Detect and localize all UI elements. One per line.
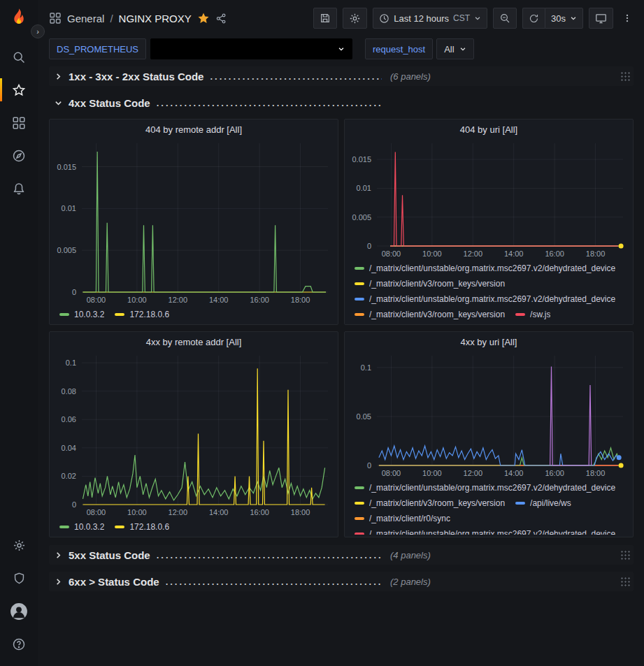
- legend-label: /api/live/ws: [530, 498, 571, 508]
- legend-swatch: [355, 517, 364, 520]
- var-request-host-label[interactable]: request_host: [365, 38, 433, 59]
- drag-handle[interactable]: [620, 71, 631, 82]
- sidebar-item-help[interactable]: [0, 628, 38, 660]
- sidebar-item-dashboards[interactable]: [0, 106, 38, 139]
- share-icon[interactable]: [215, 13, 227, 24]
- sidebar-item-server-admin[interactable]: [0, 562, 38, 595]
- panels-grid: 404 by remote addr [All] 08:0010:0012:00…: [49, 119, 634, 537]
- svg-text:0.02: 0.02: [62, 472, 76, 480]
- refresh-button[interactable]: [522, 8, 545, 29]
- row-toggle-6xx[interactable]: 6xx > Status Code ......................…: [49, 576, 382, 588]
- dashboard-canvas: 1xx - 3xx - 2xx Status Code ............…: [38, 61, 644, 591]
- var-datasource-value-select[interactable]: [150, 38, 352, 59]
- sidebar-item-explore[interactable]: [0, 139, 38, 172]
- panel-title[interactable]: 4xx by remote addr [All]: [50, 332, 338, 352]
- svg-text:14:00: 14:00: [504, 249, 524, 258]
- save-dashboard-button[interactable]: [313, 8, 337, 29]
- tv-mode-button[interactable]: [589, 8, 613, 29]
- dashboard-settings-button[interactable]: [343, 8, 367, 29]
- legend-swatch: [115, 313, 124, 316]
- panel-404-by-remote-addr: 404 by remote addr [All] 08:0010:0012:00…: [49, 119, 338, 325]
- svg-text:18:00: 18:00: [586, 469, 606, 477]
- kebab-icon: [622, 13, 632, 24]
- row-toggle-4xx[interactable]: 4xx Status Code ........................…: [49, 97, 382, 109]
- svg-text:0: 0: [72, 500, 76, 509]
- dashboards-grid-icon: [12, 116, 26, 130]
- timeseries-chart[interactable]: 08:0010:0012:0014:0016:0018:0000.050.1: [345, 352, 633, 479]
- legend-swatch: [115, 526, 124, 528]
- variables-row: DS_PROMETHEUS request_host All: [38, 36, 644, 61]
- panel-title[interactable]: 4xx by uri [All]: [345, 332, 633, 352]
- svg-text:0.1: 0.1: [361, 363, 371, 372]
- panel-legend: 10.0.3.2172.18.0.6: [50, 306, 338, 322]
- svg-text:0.005: 0.005: [352, 213, 371, 222]
- save-icon: [320, 13, 331, 24]
- sidebar-item-starred[interactable]: [0, 73, 38, 106]
- row-toggle-1xx[interactable]: 1xx - 3xx - 2xx Status Code ............…: [49, 71, 382, 82]
- drag-handle[interactable]: [620, 550, 631, 560]
- row-title: 5xx Status Code: [69, 549, 150, 561]
- legend-item[interactable]: /_matrix/client/unstable/org.matrix.msc2…: [355, 480, 615, 495]
- svg-text:10:00: 10:00: [127, 296, 147, 304]
- panel-title[interactable]: 404 by uri [All]: [345, 120, 633, 139]
- svg-text:0: 0: [72, 288, 76, 296]
- panel-legend: /_matrix/client/unstable/org.matrix.msc2…: [345, 479, 633, 535]
- var-request-host-select[interactable]: All: [436, 38, 473, 59]
- chevron-down-icon: [459, 45, 466, 52]
- row-panel-count: (4 panels): [390, 550, 431, 560]
- star-icon: [12, 83, 26, 97]
- legend-item[interactable]: /_matrix/client/r0/sync: [355, 511, 450, 526]
- svg-text:08:00: 08:00: [382, 469, 401, 477]
- legend-swatch: [355, 267, 364, 270]
- svg-text:0.08: 0.08: [62, 387, 76, 396]
- row-leader-dots: ........................................…: [157, 98, 382, 108]
- zoom-out-icon: [499, 13, 510, 24]
- legend-label: /_matrix/client/v3/room_keys/version: [369, 498, 505, 508]
- row-toggle-5xx[interactable]: 5xx Status Code ........................…: [49, 549, 382, 561]
- var-datasource-label[interactable]: DS_PROMETHEUS: [49, 38, 146, 59]
- legend-item[interactable]: /api/live/ws: [515, 495, 571, 511]
- time-range-picker[interactable]: Last 12 hours CST: [373, 8, 487, 29]
- zoom-out-time-button[interactable]: [493, 8, 517, 29]
- svg-text:0: 0: [367, 461, 371, 470]
- sidebar-item-profile[interactable]: [0, 595, 38, 628]
- legend-item[interactable]: /_matrix/client/v3/room_keys/version: [355, 307, 505, 322]
- legend-item[interactable]: 10.0.3.2: [59, 519, 104, 535]
- dashboard-title[interactable]: NGINX PROXY: [119, 13, 192, 24]
- grafana-logo[interactable]: [6, 7, 31, 32]
- svg-text:0.005: 0.005: [57, 246, 76, 254]
- sidebar-expand-chevron[interactable]: ›: [31, 24, 45, 38]
- legend-item[interactable]: /_matrix/client/v3/room_keys/version: [355, 276, 505, 291]
- svg-text:14:00: 14:00: [504, 469, 524, 477]
- svg-text:18:00: 18:00: [291, 296, 310, 304]
- sidebar-item-configuration[interactable]: [0, 529, 38, 562]
- refresh-interval-select[interactable]: 30s: [545, 8, 583, 29]
- sidebar-item-search[interactable]: [0, 41, 38, 73]
- legend-item[interactable]: 10.0.3.2: [59, 307, 104, 322]
- legend-label: 10.0.3.2: [74, 522, 104, 532]
- sidebar-item-alerting[interactable]: [0, 172, 38, 205]
- legend-item[interactable]: 172.18.0.6: [115, 519, 169, 535]
- timeseries-chart[interactable]: 08:0010:0012:0014:0016:0018:0000.020.040…: [50, 352, 338, 519]
- gear-icon: [349, 13, 361, 24]
- legend-item[interactable]: /sw.js: [515, 307, 550, 322]
- legend-item[interactable]: /_matrix/client/unstable/org.matrix.msc2…: [355, 291, 615, 307]
- legend-item[interactable]: /_matrix/client/unstable/org.matrix.msc2…: [355, 526, 615, 535]
- timeseries-chart[interactable]: 08:0010:0012:0014:0016:0018:0000.0050.01…: [50, 139, 338, 306]
- legend-item[interactable]: /_matrix/client/v3/room_keys/version: [355, 495, 505, 511]
- legend-label: /_matrix/client/v3/room_keys/version: [369, 279, 505, 289]
- timeseries-chart[interactable]: 08:0010:0012:0014:0016:0018:0000.0050.01…: [345, 139, 633, 260]
- svg-text:14:00: 14:00: [209, 296, 229, 304]
- more-options-button[interactable]: [619, 8, 636, 29]
- svg-text:08:00: 08:00: [87, 296, 106, 304]
- legend-item[interactable]: 172.18.0.6: [115, 307, 169, 322]
- panel-title[interactable]: 404 by remote addr [All]: [50, 120, 338, 139]
- legend-label: /_matrix/client/v3/room_keys/version: [369, 310, 505, 319]
- breadcrumb-folder[interactable]: General: [67, 13, 104, 24]
- legend-item[interactable]: /_matrix/client/unstable/org.matrix.msc2…: [355, 261, 615, 276]
- svg-text:16:00: 16:00: [545, 249, 564, 258]
- favorite-star-icon[interactable]: [197, 12, 210, 24]
- panel-4xx-by-uri: 4xx by uri [All] 08:0010:0012:0014:0016:…: [344, 331, 634, 537]
- drag-handle[interactable]: [620, 577, 631, 587]
- var-request-host-label-text: request_host: [373, 44, 425, 55]
